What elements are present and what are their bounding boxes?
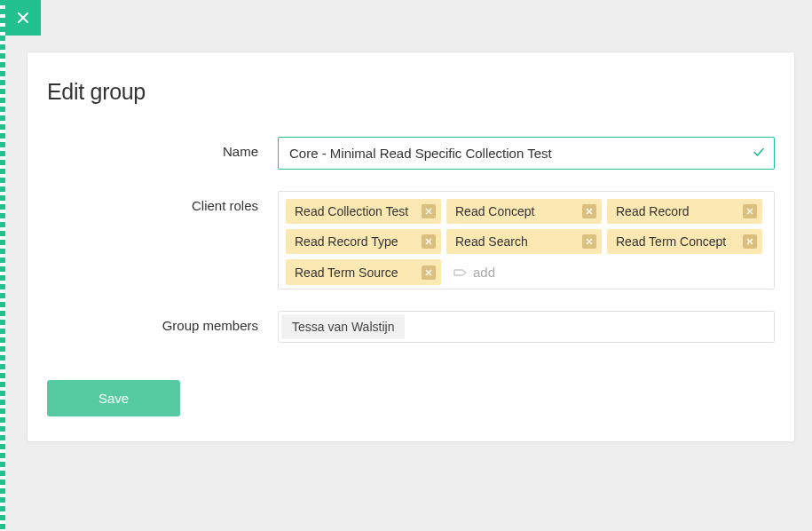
- accent-stripe: [0, 0, 5, 531]
- role-chip: Read Search: [446, 229, 602, 254]
- roles-row: Client roles Read Collection Test Read C…: [47, 191, 775, 289]
- role-chip: Read Collection Test: [286, 199, 441, 224]
- role-chip: Read Record Type: [286, 229, 441, 254]
- close-icon: [425, 208, 432, 215]
- edit-group-card: Edit group Name Client roles Read Collec…: [27, 52, 795, 442]
- remove-role-button[interactable]: [743, 234, 757, 249]
- roles-box[interactable]: Read Collection Test Read Concept Read R…: [278, 191, 775, 289]
- members-row: Group members Tessa van Walstijn: [47, 311, 775, 343]
- add-role-placeholder: add: [473, 265, 495, 280]
- role-chip: Read Term Source: [286, 259, 441, 285]
- name-label: Name: [47, 137, 278, 159]
- remove-role-button[interactable]: [743, 204, 757, 218]
- save-button[interactable]: Save: [47, 380, 180, 416]
- close-icon: [425, 269, 432, 276]
- role-chip: Read Record: [607, 199, 762, 224]
- name-input-wrap: [278, 137, 775, 170]
- remove-role-button[interactable]: [582, 234, 596, 249]
- role-chip-label: Read Record Type: [295, 234, 422, 249]
- role-chip-label: Read Concept: [455, 204, 582, 218]
- role-chip-label: Read Term Source: [295, 266, 422, 280]
- close-icon: [586, 208, 593, 215]
- remove-role-button[interactable]: [422, 266, 436, 280]
- remove-role-button[interactable]: [582, 204, 596, 218]
- roles-label: Client roles: [47, 191, 278, 213]
- members-box[interactable]: Tessa van Walstijn: [278, 311, 775, 343]
- role-chip-label: Read Collection Test: [295, 204, 422, 218]
- close-icon: [16, 11, 30, 25]
- add-role-input[interactable]: add: [446, 259, 502, 285]
- role-chip: Read Concept: [446, 199, 602, 224]
- close-icon: [586, 238, 593, 245]
- close-icon: [746, 208, 753, 215]
- remove-role-button[interactable]: [422, 234, 436, 249]
- member-chip: Tessa van Walstijn: [281, 314, 405, 339]
- page-title: Edit group: [47, 79, 775, 105]
- name-row: Name: [47, 137, 775, 170]
- role-chip-label: Read Term Concept: [616, 234, 743, 249]
- role-chip-label: Read Record: [616, 204, 743, 218]
- close-button[interactable]: [5, 0, 41, 36]
- name-input[interactable]: [278, 137, 775, 170]
- members-label: Group members: [47, 311, 278, 333]
- remove-role-button[interactable]: [422, 204, 436, 218]
- role-chip: Read Term Concept: [607, 229, 762, 254]
- role-chip-label: Read Search: [455, 234, 582, 249]
- close-icon: [425, 238, 432, 245]
- close-icon: [746, 238, 753, 245]
- tag-icon: [453, 266, 468, 279]
- check-icon: [752, 145, 766, 162]
